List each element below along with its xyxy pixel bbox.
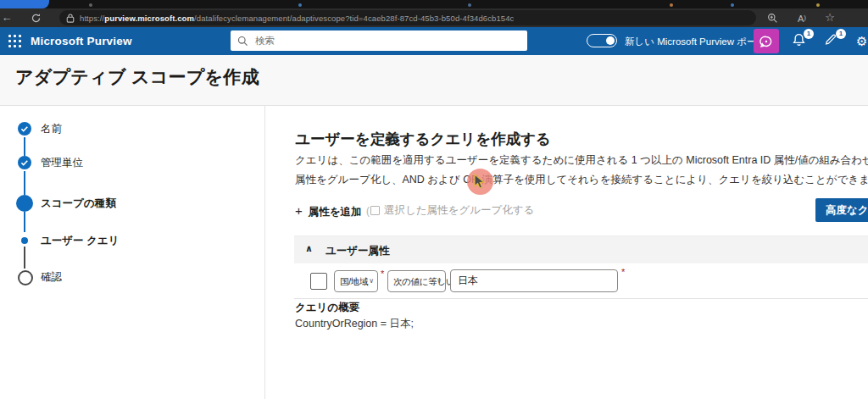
wizard-step-scope-type[interactable]: スコープの種類 [0, 195, 254, 212]
step-connector [24, 171, 25, 195]
tab-favicon-dot [731, 3, 734, 7]
search-input[interactable] [253, 35, 494, 47]
tab-favicon-dot [89, 3, 92, 7]
page-header: アダプティブ スコープを作成 [0, 55, 868, 106]
step-complete-icon [18, 156, 31, 169]
query-summary-label: クエリの概要 [295, 301, 359, 315]
wizard-step-admin-units[interactable]: 管理単位 [0, 154, 254, 171]
wizard-step-review[interactable]: 確認 [0, 269, 254, 285]
gear-icon: ⚙ [856, 34, 867, 48]
app-header: Microsoft Purview 新しい Microsoft Purview … [0, 27, 868, 55]
tab-favicon-dot [468, 3, 471, 7]
toggle-knob [606, 36, 615, 45]
description-line1: クエリは、この範囲を適用するユーザーを定義するために使用される 1 つ以上の M… [295, 151, 868, 170]
url-path: /datalifecyclemanagement/adaptivescope?t… [194, 14, 514, 23]
portal-toggle[interactable] [587, 34, 617, 47]
zoom-in-icon[interactable] [763, 8, 782, 27]
step-current-icon [16, 195, 33, 212]
description: クエリは、この範囲を適用するユーザーを定義するために使用される 1 つ以上の M… [295, 151, 868, 193]
browser-tab-strip [0, 0, 868, 8]
page-title: アダプティブ スコープを作成 [15, 65, 259, 89]
section-title: ユーザー属性 [326, 244, 390, 258]
attribute-dropdown[interactable]: 国/地域 ∨ [334, 270, 378, 292]
wizard-step-user-query[interactable]: ユーザー クエリ [0, 232, 254, 249]
search-icon [237, 36, 248, 47]
group-attributes-button[interactable]: ( 選択した属性をグループ化する [366, 203, 534, 218]
step-connector [24, 137, 25, 156]
main-heading: ユーザーを定義するクエリを作成する [295, 129, 551, 149]
app-launcher-button[interactable] [7, 33, 24, 50]
settings-button[interactable]: ⚙ [856, 32, 868, 51]
feedback-badge: 1 [836, 29, 846, 39]
app-title: Microsoft Purview [31, 35, 132, 47]
whats-new-button[interactable] [754, 29, 779, 53]
row-checkbox[interactable] [310, 273, 327, 290]
tab-favicon-dot [298, 3, 302, 7]
plus-icon: + [295, 203, 303, 218]
step-substep-icon [21, 237, 28, 244]
required-marker: * [621, 267, 625, 277]
tab-favicon-dot [816, 3, 820, 7]
required-marker: * [381, 269, 384, 279]
description-line2: 属性をグループ化し、AND および OR 演算子を使用してそれらを接続することに… [295, 170, 868, 190]
attribute-row: 国/地域 ∨ * 次の値に等しい ∨ * [294, 263, 868, 299]
url-scheme: https:// [80, 14, 104, 23]
favorites-star-button[interactable]: ☆ [821, 8, 839, 27]
browser-toolbar: ← https://purview.microsoft.com/datalife… [0, 8, 868, 27]
speech-bubble-icon [760, 35, 773, 48]
wizard-step-name[interactable]: 名前 [0, 120, 254, 137]
site-info-lock-icon[interactable] [66, 14, 75, 23]
address-bar[interactable]: https://purview.microsoft.com/datalifecy… [59, 10, 756, 25]
group-icon: ( [366, 205, 380, 217]
url-domain: purview.microsoft.com [104, 14, 194, 23]
read-aloud-button[interactable]: A) [792, 8, 812, 27]
search-box[interactable] [231, 30, 527, 51]
step-todo-icon [18, 270, 33, 285]
wizard-sidebar: 名前 管理単位 スコープの種類 ユーザー クエリ 確認 [0, 106, 265, 399]
tab-favicon-dot [670, 3, 673, 7]
collapse-chevron-icon[interactable]: ∧ [305, 243, 313, 254]
operator-dropdown[interactable]: 次の値に等しい ∨ [387, 270, 446, 292]
notification-badge: 1 [804, 29, 814, 39]
notifications-button[interactable]: 1 [792, 32, 810, 51]
url-text: https://purview.microsoft.com/datalifecy… [80, 14, 514, 23]
active-tab-fragment[interactable] [0, 0, 49, 8]
chevron-down-icon: ∨ [437, 277, 442, 285]
advanced-query-button[interactable]: 高度なクエ [815, 198, 868, 222]
query-summary-value: CountryOrRegion = 日本; [295, 317, 414, 331]
attribute-value-input[interactable] [450, 269, 618, 292]
step-complete-icon [18, 122, 31, 136]
chevron-down-icon: ∨ [369, 277, 374, 285]
step-connector [24, 212, 25, 232]
back-button[interactable]: ← [0, 8, 15, 27]
step-connector [24, 247, 25, 269]
user-attributes-section-header[interactable]: ∧ ユーザー属性 [294, 236, 868, 263]
refresh-button[interactable] [27, 8, 44, 27]
add-attribute-button[interactable]: +属性を追加 [295, 203, 362, 219]
feedback-button[interactable]: 1 [824, 32, 843, 51]
